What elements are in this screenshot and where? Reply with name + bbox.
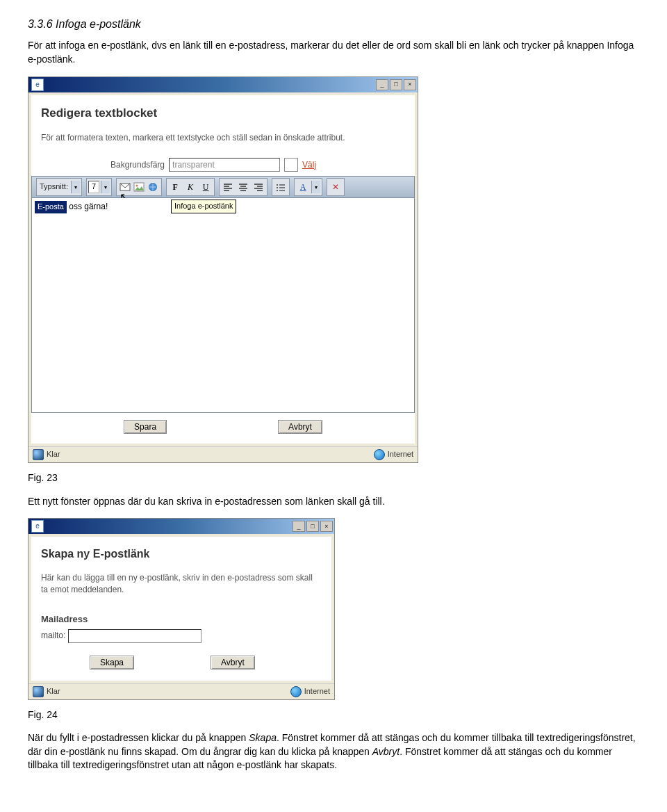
status-right: Internet — [388, 449, 413, 460]
editor-window: e _ □ × Redigera textblocket För att for… — [28, 76, 418, 464]
mail-icon — [120, 182, 131, 192]
globe-icon — [290, 686, 302, 697]
svg-point-2 — [136, 185, 138, 187]
create-button[interactable]: Skapa — [90, 656, 134, 669]
section-title: Infoga e-postlänk — [56, 18, 141, 30]
tooltip: Infoga e-postlänk — [171, 200, 236, 213]
bg-label: Bakgrundsfärg — [110, 159, 165, 171]
avbryt-word: Avbryt — [372, 746, 400, 757]
dialog-title: Skapa ny E-postlänk — [41, 546, 322, 562]
status-left: Klar — [47, 686, 60, 697]
editor-text: oss gärna! — [67, 202, 108, 211]
status-bar: Klar Internet — [28, 683, 334, 699]
bg-color-swatch[interactable] — [284, 158, 298, 172]
svg-point-4 — [277, 184, 278, 186]
minimize-button[interactable]: _ — [376, 79, 388, 90]
underline-button[interactable]: U — [199, 180, 213, 194]
close-button[interactable]: × — [320, 521, 333, 532]
italic-button[interactable]: K — [183, 180, 197, 194]
section-number: 3.3.6 — [28, 18, 53, 30]
ie-icon: e — [31, 520, 44, 533]
intro-paragraph: För att infoga en e-postlänk, dvs en län… — [28, 39, 639, 66]
align-right-icon — [254, 183, 263, 191]
bg-color-input[interactable]: transparent — [169, 158, 280, 172]
font-family-dropdown[interactable]: Typsnitt: ▾ — [36, 178, 82, 196]
titlebar: e _ □ × — [28, 77, 418, 92]
align-left-button[interactable] — [221, 180, 235, 194]
bullet-list-button[interactable] — [274, 180, 288, 194]
close-button[interactable]: × — [404, 79, 416, 90]
dialog-description: För att formatera texten, markera ett te… — [41, 132, 405, 144]
save-button[interactable]: Spara — [124, 420, 167, 434]
dialog-description: Här kan du lägga till en ny e-postlänk, … — [41, 572, 322, 596]
editor-textarea[interactable]: E-posta oss gärna! Infoga e-postlänk — [31, 198, 415, 413]
ie-icon — [33, 686, 44, 697]
maximize-button[interactable]: □ — [390, 79, 402, 90]
font-label: Typsnitt: — [38, 181, 69, 192]
maximize-button[interactable]: □ — [306, 521, 319, 532]
selection-badge: E-posta — [35, 201, 67, 213]
choose-color-link[interactable]: Välj — [302, 159, 316, 171]
editor-toolbar: Typsnitt: ▾ 7 ▾ ↖ — [31, 176, 415, 198]
align-left-icon — [223, 183, 233, 191]
dialog-title: Redigera textblocket — [41, 105, 405, 122]
font-size-dropdown[interactable]: 7 ▾ — [86, 178, 112, 196]
insert-link-button[interactable] — [146, 180, 160, 194]
insert-email-link-button[interactable]: ↖ — [118, 180, 132, 194]
font-size-value: 7 — [88, 181, 99, 193]
create-email-link-window: e _ □ × Skapa ny E-postlänk Här kan du l… — [28, 518, 335, 699]
after-fig23-paragraph: Ett nytt fönster öppnas där du kan skriv… — [28, 495, 639, 509]
status-left: Klar — [47, 449, 60, 460]
chevron-down-icon: ▾ — [101, 181, 110, 193]
closing-paragraph: När du fyllt i e-postadressen klickar du… — [28, 731, 639, 772]
clear-formatting-button[interactable]: ✕ — [329, 180, 343, 194]
status-bar: Klar Internet — [28, 446, 418, 462]
minimize-button[interactable]: _ — [293, 521, 305, 532]
cancel-button[interactable]: Avbryt — [211, 656, 255, 669]
list-icon — [276, 183, 286, 191]
chevron-down-icon: ▾ — [71, 181, 80, 193]
cancel-button[interactable]: Avbryt — [278, 420, 322, 434]
globe-icon — [147, 182, 158, 192]
svg-point-5 — [277, 187, 278, 188]
align-center-button[interactable] — [236, 180, 250, 194]
mailto-label: mailto: — [41, 630, 65, 642]
chevron-down-icon[interactable]: ▾ — [311, 181, 320, 193]
mailaddress-label: Mailadress — [41, 613, 322, 626]
globe-icon — [374, 449, 385, 460]
skapa-word: Skapa — [249, 732, 277, 743]
status-right: Internet — [304, 686, 330, 697]
bold-button[interactable]: F — [168, 180, 182, 194]
email-input[interactable] — [68, 629, 201, 643]
figure-24-caption: Fig. 24 — [28, 708, 639, 722]
insert-image-button[interactable] — [132, 180, 146, 194]
ie-icon: e — [31, 79, 44, 91]
section-heading: 3.3.6 Infoga e-postlänk — [28, 17, 639, 32]
align-center-icon — [238, 183, 248, 191]
ie-icon — [33, 449, 44, 460]
titlebar: e _ □ × — [28, 519, 334, 534]
image-icon — [133, 182, 145, 192]
font-color-button[interactable]: A — [296, 180, 310, 194]
figure-23-caption: Fig. 23 — [28, 471, 639, 485]
align-right-button[interactable] — [252, 180, 265, 194]
svg-point-6 — [277, 190, 278, 191]
background-color-row: Bakgrundsfärg transparent Välj — [110, 158, 405, 172]
